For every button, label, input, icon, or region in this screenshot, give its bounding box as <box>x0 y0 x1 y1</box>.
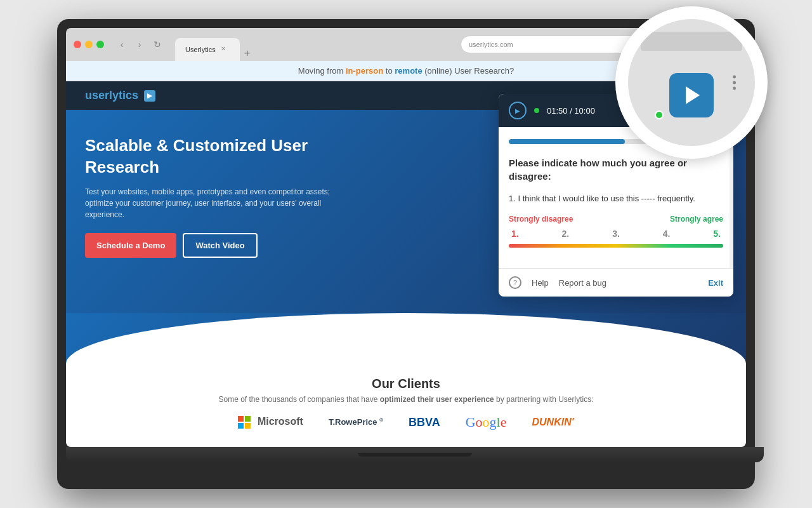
laptop-notch <box>358 453 472 457</box>
circle-inner <box>628 19 755 146</box>
tab-bar: Userlytics ✕ + <box>170 28 455 61</box>
scale-numbers[interactable]: 1. 2. 3. 4. 5. <box>509 229 723 239</box>
browser-navigation: ‹ › ↻ <box>114 37 165 52</box>
help-link[interactable]: Help <box>532 278 549 288</box>
recording-time: 01:50 / 10:00 <box>547 106 595 116</box>
close-button[interactable] <box>74 41 81 48</box>
laptop-container: ‹ › ↻ Userlytics ✕ + userlytics.com Movi… <box>57 19 755 489</box>
active-tab[interactable]: Userlytics ✕ <box>175 38 240 61</box>
circle-menu-dots <box>733 76 736 90</box>
hero-buttons: Schedule a Demo Watch Video <box>85 233 339 258</box>
forward-button[interactable]: › <box>132 37 147 52</box>
survey-play-icon: ▶ <box>509 102 527 119</box>
banner-highlight-remote: remote <box>395 66 422 76</box>
exit-button[interactable]: Exit <box>708 278 723 288</box>
schedule-demo-button[interactable]: Schedule a Demo <box>85 233 176 258</box>
hero-content: Scalable & Customized User Research Test… <box>85 135 339 258</box>
play-triangle-icon <box>686 86 700 104</box>
circle-play-button[interactable] <box>669 73 714 117</box>
clients-subtitle-bold: optimized their user experience <box>380 395 494 404</box>
survey-question-title: Please indicate how much you agree or di… <box>509 156 723 183</box>
scale-option-4[interactable]: 4. <box>663 229 671 239</box>
client-bbva: BBVA <box>409 416 440 429</box>
banner-text-before: Moving from <box>298 66 346 76</box>
wave-section <box>66 313 746 364</box>
survey-question-item: 1. I think that I would like to use this… <box>509 193 723 204</box>
refresh-button[interactable]: ↻ <box>150 37 165 52</box>
scale-option-2[interactable]: 2. <box>562 229 570 239</box>
minimize-button[interactable] <box>85 41 93 48</box>
scale-option-5[interactable]: 5. <box>713 229 721 239</box>
clients-logos: Microsoft T.RowePrice ® BBVA Google DUNK… <box>85 414 727 431</box>
recording-dot-icon <box>534 108 539 113</box>
hero-description: Test your websites, mobile apps, prototy… <box>85 186 339 220</box>
help-icon: ? <box>509 276 521 289</box>
client-dunkin: DUNKIN' <box>532 417 573 428</box>
tab-title: Userlytics <box>185 46 216 53</box>
maximize-button[interactable] <box>96 41 104 48</box>
logo-icon: ▶ <box>144 90 155 102</box>
hero-title: Scalable & Customized User Research <box>85 135 339 178</box>
watch-video-button[interactable]: Watch Video <box>183 233 257 258</box>
scale-labels: Strongly disagree Strongly agree <box>509 215 723 224</box>
circle-browser-bar <box>641 32 742 51</box>
report-bug-link[interactable]: Report a bug <box>559 278 606 288</box>
scale-gradient-bar <box>509 244 723 248</box>
circle-overlay <box>615 6 768 159</box>
clients-title: Our Clients <box>85 377 727 391</box>
survey-footer: ? Help Report a bug Exit <box>499 268 733 297</box>
logo-part2: lytics <box>109 89 138 102</box>
client-troweprice: T.RowePrice ® <box>329 417 383 427</box>
clients-subtitle-after: by partnering with Userlytics: <box>496 395 593 404</box>
clients-section: Our Clients Some of the thousands of com… <box>66 364 746 443</box>
clients-subtitle: Some of the thousands of companies that … <box>85 395 727 404</box>
scale-option-1[interactable]: 1. <box>511 229 519 239</box>
logo-part1: user <box>85 89 109 102</box>
client-google: Google <box>466 414 507 431</box>
clients-subtitle-before: Some of the thousands of companies that … <box>219 395 380 404</box>
tab-close-icon[interactable]: ✕ <box>221 45 230 54</box>
banner-text-after: (online) User Research? <box>424 66 514 76</box>
banner-text-middle: to <box>386 66 395 76</box>
traffic-lights <box>74 41 104 48</box>
back-button[interactable]: ‹ <box>114 37 129 52</box>
scale-label-strongly-disagree: Strongly disagree <box>509 215 573 224</box>
scale-option-3[interactable]: 3. <box>612 229 620 239</box>
laptop-base <box>66 447 764 462</box>
scale-label-strongly-agree: Strongly agree <box>670 215 723 224</box>
site-logo: userlytics ▶ <box>85 89 155 102</box>
progress-fill <box>509 139 625 144</box>
client-microsoft: Microsoft <box>238 416 303 429</box>
circle-green-dot-icon <box>655 110 664 119</box>
new-tab-button[interactable]: + <box>240 46 255 61</box>
banner-highlight-inperson: in-person <box>346 66 383 76</box>
